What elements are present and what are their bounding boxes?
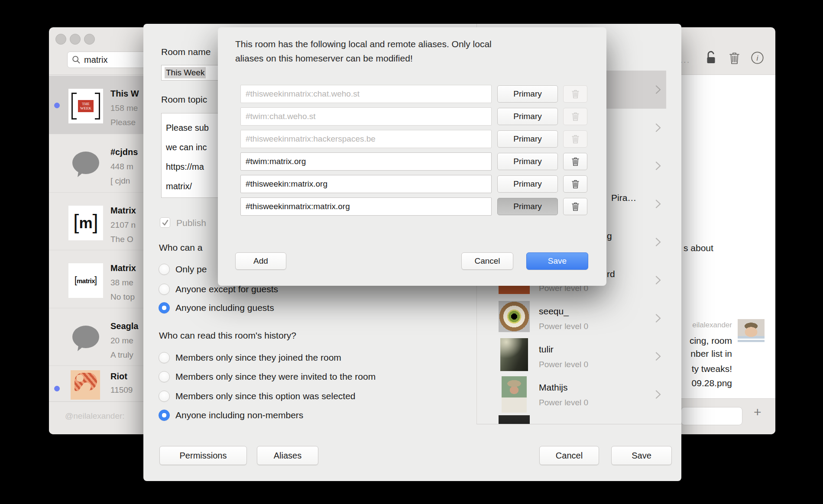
account-id: @neilalexander: xyxy=(65,411,125,421)
room-members-count: 448 m xyxy=(110,162,133,171)
alias-input-local[interactable] xyxy=(240,175,492,193)
unlock-icon[interactable] xyxy=(704,50,718,67)
room-members-count: 38 me xyxy=(110,278,133,288)
chevron-right-icon[interactable] xyxy=(652,198,664,210)
minimize-button[interactable] xyxy=(70,34,81,45)
sidebar-item-cjdns[interactable]: #cjdns 448 m [ cjdn xyxy=(49,134,143,193)
zoom-button[interactable] xyxy=(84,34,95,45)
member-name-fragment: Pira… xyxy=(611,193,636,203)
member-name: seequ_ xyxy=(539,306,569,317)
radio-icon[interactable] xyxy=(159,371,170,382)
cancel-button[interactable]: Cancel xyxy=(539,446,599,465)
alias-input-remote[interactable] xyxy=(240,107,492,126)
member-row[interactable] xyxy=(477,414,681,424)
radio-icon[interactable] xyxy=(159,264,170,275)
radio-icon-selected[interactable] xyxy=(159,410,170,421)
trash-button-disabled[interactable] xyxy=(563,108,587,125)
message-input[interactable] xyxy=(681,407,742,425)
trash-button-disabled[interactable] xyxy=(563,85,587,103)
trash-button[interactable] xyxy=(563,198,587,215)
room-avatar-bubble xyxy=(68,147,103,182)
trash-button[interactable] xyxy=(563,175,587,193)
access-option-anyone-including-guests[interactable]: Anyone including guests xyxy=(159,301,274,314)
primary-button[interactable]: Primary xyxy=(497,153,558,170)
radio-icon-selected[interactable] xyxy=(159,302,170,313)
cancel-button[interactable]: Cancel xyxy=(461,252,513,270)
member-avatar xyxy=(499,415,530,424)
room-title: Riot xyxy=(110,372,127,381)
save-button[interactable]: Save xyxy=(526,252,588,270)
access-option-invited[interactable]: Only pe xyxy=(159,263,207,276)
trash-icon xyxy=(571,179,580,189)
trash-button[interactable] xyxy=(563,153,587,170)
primary-button[interactable]: Primary xyxy=(497,85,558,103)
chevron-right-icon[interactable] xyxy=(652,313,664,324)
member-power-level: Power level 0 xyxy=(539,398,588,407)
alias-input-remote[interactable] xyxy=(240,85,492,103)
trash-icon xyxy=(571,89,580,99)
room-topic-preview: [ cjdn xyxy=(110,176,130,186)
member-row-tulir[interactable]: tulir Power level 0 xyxy=(477,337,681,375)
radio-icon[interactable] xyxy=(159,352,170,363)
search-icon xyxy=(72,55,81,64)
chevron-right-icon[interactable] xyxy=(652,160,664,171)
room-topic-preview: No top xyxy=(110,292,135,302)
close-button[interactable] xyxy=(55,34,66,45)
sidebar-item-matrix-hq[interactable]: [m] Matrix 2107 n The O xyxy=(49,193,143,250)
history-option-selected[interactable]: Members only since this option was selec… xyxy=(159,390,356,403)
unread-dot xyxy=(54,386,60,391)
member-power-level: Power level 0 xyxy=(539,360,588,369)
screenshot-stage: matrix THE WEEK This W 158 me Please #cj… xyxy=(0,0,823,504)
member-power-level: Power level 0 xyxy=(539,322,588,331)
permissions-button[interactable]: Permissions xyxy=(159,446,247,465)
sidebar-item-riot[interactable]: Riot 11509 xyxy=(49,366,143,401)
member-row-seequ[interactable]: seequ_ Power level 0 xyxy=(477,299,681,337)
room-title: This W xyxy=(110,89,139,99)
primary-button[interactable]: Primary xyxy=(497,108,558,125)
primary-button[interactable]: Primary xyxy=(497,130,558,148)
room-name-label: Room name xyxy=(161,47,211,57)
radio-icon[interactable] xyxy=(159,391,170,402)
alias-input-local[interactable] xyxy=(240,197,492,216)
room-members-count: 158 me xyxy=(110,103,138,113)
room-name-value: This Week xyxy=(165,67,206,78)
history-option-joined[interactable]: Members only since they joined the room xyxy=(159,351,341,364)
trash-icon xyxy=(571,111,580,122)
radio-icon[interactable] xyxy=(159,284,170,295)
room-title: #cjdns xyxy=(110,147,138,157)
aliases-dialog: This room has the following local and re… xyxy=(218,27,606,286)
history-option-anyone[interactable]: Anyone including non-members xyxy=(159,409,303,422)
sender-avatar[interactable] xyxy=(738,319,765,346)
chevron-right-icon[interactable] xyxy=(652,84,664,95)
chevron-right-icon[interactable] xyxy=(652,275,664,286)
chevron-right-icon[interactable] xyxy=(652,351,664,362)
sidebar-item-thisweekinmatrix[interactable]: THE WEEK This W 158 me Please xyxy=(49,76,143,134)
chevron-right-icon[interactable] xyxy=(652,122,664,133)
member-row-mathijs[interactable]: Mathijs Power level 0 xyxy=(477,375,681,414)
chevron-right-icon[interactable] xyxy=(652,236,664,248)
info-icon[interactable]: i xyxy=(751,51,764,66)
save-button[interactable]: Save xyxy=(611,446,672,465)
primary-button[interactable]: Primary xyxy=(497,175,558,193)
trash-button-disabled[interactable] xyxy=(563,130,587,148)
room-avatar-m-logo: [m] xyxy=(68,206,103,240)
sidebar-item-seaglass[interactable]: Seagla 20 me A truly xyxy=(49,308,143,366)
attach-plus-button[interactable]: + xyxy=(754,405,761,420)
alias-input-remote[interactable] xyxy=(240,130,492,148)
sidebar-item-matrix[interactable]: [matrix] Matrix 38 me No top xyxy=(49,250,143,308)
member-avatar xyxy=(502,376,527,413)
room-members-count: 11509 xyxy=(110,385,133,395)
alias-input-local[interactable] xyxy=(240,152,492,171)
svg-text:i: i xyxy=(757,54,759,62)
search-input[interactable]: matrix xyxy=(67,52,150,68)
aliases-button[interactable]: Aliases xyxy=(257,446,318,465)
primary-button-active[interactable]: Primary xyxy=(497,198,558,215)
member-name: tulir xyxy=(539,344,554,355)
trash-icon xyxy=(571,156,580,167)
publish-checkbox[interactable] xyxy=(160,217,170,228)
history-option-invited[interactable]: Members only since they were invited to … xyxy=(159,370,376,383)
room-title: Matrix xyxy=(110,206,136,216)
add-button[interactable]: Add xyxy=(235,252,286,270)
chevron-right-icon[interactable] xyxy=(652,389,664,400)
trash-icon[interactable] xyxy=(728,51,741,67)
